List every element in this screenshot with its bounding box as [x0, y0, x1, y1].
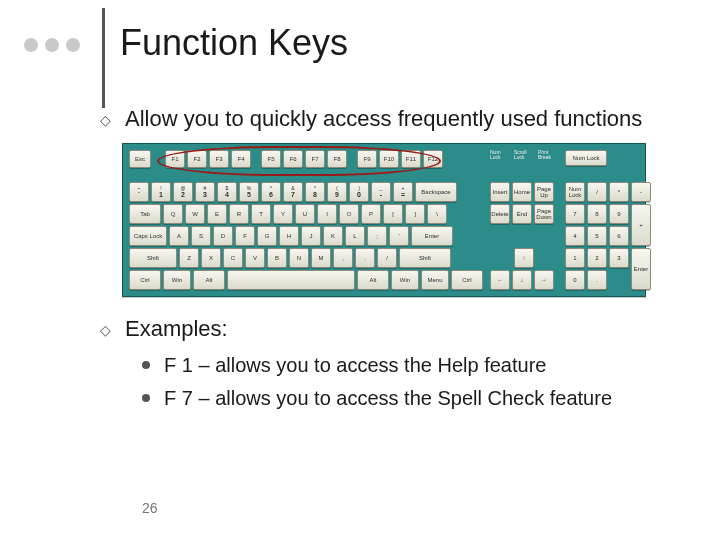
key-;: ;	[367, 226, 387, 246]
key-numpad-enter: Enter	[631, 248, 651, 290]
key-np-4: 4	[565, 226, 585, 246]
key-u: U	[295, 204, 315, 224]
indicator-label: Scroll Lock	[514, 150, 534, 168]
key-d: D	[213, 226, 233, 246]
key-ctrl: Ctrl	[129, 270, 161, 290]
key-enter: Enter	[411, 226, 453, 246]
key-.: .	[355, 248, 375, 268]
disc-bullet-icon	[142, 394, 150, 402]
key-np-3: 3	[609, 248, 629, 268]
key-j: J	[301, 226, 321, 246]
key-end: End	[512, 204, 532, 224]
key-f3: F3	[209, 150, 229, 168]
key-7: &7	[283, 182, 303, 202]
key-esc: Esc	[129, 150, 151, 168]
bullet-level2-list: F 1 – allows you to access the Help feat…	[142, 352, 690, 412]
key-=: +=	[393, 182, 413, 202]
page-number: 26	[142, 500, 158, 516]
key-arrow-left: ←	[490, 270, 510, 290]
key-arrow-down: ↓	[512, 270, 532, 290]
key-f9: F9	[357, 150, 377, 168]
key-s: S	[191, 226, 211, 246]
key-np-2: 2	[587, 248, 607, 268]
key-np-6: 6	[609, 226, 629, 246]
key-x: X	[201, 248, 221, 268]
home-row: Caps LockASDFGHJKL;'Enter	[129, 226, 483, 246]
key-menu: Menu	[421, 270, 449, 290]
key-m: M	[311, 248, 331, 268]
key-np-*: *	[609, 182, 629, 202]
keyboard-main-cluster: Esc F1F2F3F4F5F6F7F8F9F10F11F12 ~`!1@2#3…	[129, 150, 483, 290]
hollow-square-icon: ◇	[100, 322, 111, 340]
key-f7: F7	[305, 150, 325, 168]
key-arrow-right: →	[534, 270, 554, 290]
key-numlock-led: Num Lock	[565, 150, 607, 166]
key-g: G	[257, 226, 277, 246]
key-2: @2	[173, 182, 193, 202]
key-]: ]	[405, 204, 425, 224]
function-key-row: Esc F1F2F3F4F5F6F7F8F9F10F11F12	[129, 150, 483, 168]
key-np--: -	[631, 182, 651, 202]
key-f8: F8	[327, 150, 347, 168]
key-win: Win	[163, 270, 191, 290]
key-insert: Insert	[490, 182, 510, 202]
dot-icon	[66, 38, 80, 52]
key-f6: F6	[283, 150, 303, 168]
key-f4: F4	[231, 150, 251, 168]
bullet-level2: F 1 – allows you to access the Help feat…	[142, 352, 690, 379]
key-3: #3	[195, 182, 215, 202]
slide: Function Keys ◇ Allow you to quickly acc…	[0, 0, 720, 540]
key-`: ~`	[129, 182, 149, 202]
key-np-7: 7	[565, 204, 585, 224]
dot-icon	[45, 38, 59, 52]
key-v: V	[245, 248, 265, 268]
bottom-row: CtrlWinAlt AltWinMenuCtrl	[129, 270, 483, 290]
key-delete: Delete	[490, 204, 510, 224]
disc-bullet-icon	[142, 361, 150, 369]
key-k: K	[323, 226, 343, 246]
key-c: C	[223, 248, 243, 268]
key-': '	[389, 226, 409, 246]
bullet-text: F 1 – allows you to access the Help feat…	[164, 352, 546, 379]
key-8: *8	[305, 182, 325, 202]
shift-row: ShiftZXCVBNM,./Shift	[129, 248, 483, 268]
indicator-label: Num Lock	[490, 150, 510, 168]
key-f2: F2	[187, 150, 207, 168]
key-alt: Alt	[193, 270, 225, 290]
key-capslock: Caps Lock	[129, 226, 167, 246]
key-z: Z	[179, 248, 199, 268]
keyboard-illustration: Esc F1F2F3F4F5F6F7F8F9F10F11F12 ~`!1@2#3…	[122, 143, 646, 297]
key-tab: Tab	[129, 204, 161, 224]
key-a: A	[169, 226, 189, 246]
key-f12: F12	[423, 150, 443, 168]
key-y: Y	[273, 204, 293, 224]
bullet-level1: ◇ Allow you to quickly access frequently…	[100, 105, 690, 133]
key-home: Home	[512, 182, 532, 202]
key-np-8: 8	[587, 204, 607, 224]
key-np-1: 1	[565, 248, 585, 268]
key-4: $4	[217, 182, 237, 202]
number-row: ~`!1@2#3$4%5^6&7*8(9)0_-+=Backspace	[129, 182, 483, 202]
key-6: ^6	[261, 182, 281, 202]
key-space	[227, 270, 355, 290]
key-q: Q	[163, 204, 183, 224]
key-f5: F5	[261, 150, 281, 168]
key-t: T	[251, 204, 271, 224]
key-numpad-plus: +	[631, 204, 651, 246]
key-0: )0	[349, 182, 369, 202]
key-win: Win	[391, 270, 419, 290]
key-/: /	[377, 248, 397, 268]
key-np-0: 0	[565, 270, 585, 290]
key-p: P	[361, 204, 381, 224]
key-ctrl: Ctrl	[451, 270, 483, 290]
hollow-square-icon: ◇	[100, 112, 111, 130]
slide-title: Function Keys	[120, 22, 348, 64]
indicator-label: Print Break	[538, 150, 558, 168]
key-shift-left: Shift	[129, 248, 177, 268]
key-\: \	[427, 204, 447, 224]
vertical-rule	[102, 8, 105, 108]
content-area: ◇ Allow you to quickly access frequently…	[100, 105, 690, 418]
key-1: !1	[151, 182, 171, 202]
key-5: %5	[239, 182, 259, 202]
key-w: W	[185, 204, 205, 224]
